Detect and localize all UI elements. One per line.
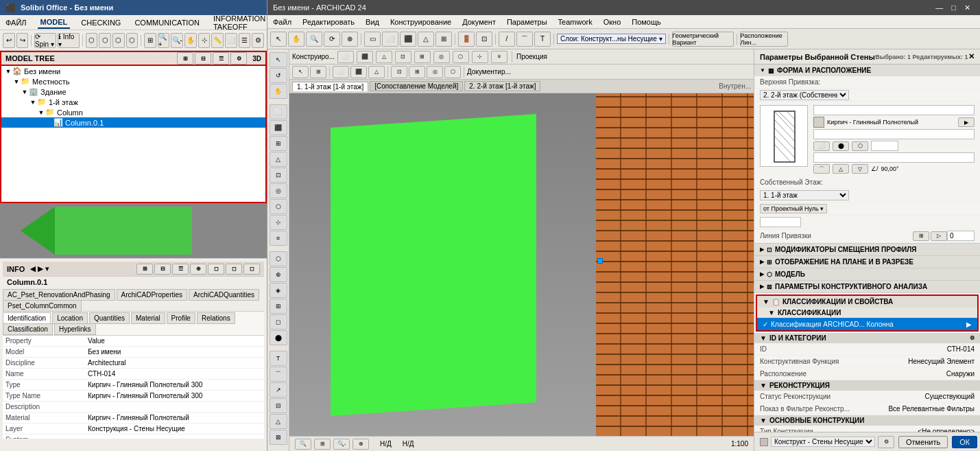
ac-orbit2[interactable]: ⊕ bbox=[342, 32, 358, 47]
sub-t8[interactable]: ⊹ bbox=[472, 51, 488, 63]
id-settings-icon[interactable]: ⚙ bbox=[970, 335, 975, 341]
tool-m[interactable]: ⊞ bbox=[270, 299, 287, 314]
redo-btn[interactable]: ↪ bbox=[16, 33, 29, 48]
floor-select[interactable]: 1. 1-й этаж bbox=[760, 190, 849, 200]
link-offset-input[interactable] bbox=[947, 231, 975, 241]
ac-window[interactable]: ⊡ bbox=[476, 32, 492, 47]
thickness-btn1[interactable]: ⬜ bbox=[813, 141, 830, 151]
subtab-identification[interactable]: Identification bbox=[3, 312, 51, 324]
ac-maximize[interactable]: □ bbox=[947, 3, 960, 12]
tool-a[interactable]: ⬜ bbox=[270, 104, 287, 119]
ac-menu-help[interactable]: Помощь bbox=[629, 16, 664, 27]
sub-t1[interactable]: ⬜ bbox=[337, 51, 354, 63]
tool-n[interactable]: ◻ bbox=[270, 314, 287, 329]
tree-btn1[interactable]: ⊞ bbox=[177, 52, 193, 65]
zoom-btn1[interactable]: 🔍 bbox=[295, 439, 311, 450]
ac-menu-document[interactable]: Документ bbox=[459, 16, 499, 27]
ac-menu-edit[interactable]: Редактировать bbox=[300, 16, 357, 27]
zoom-btn2[interactable]: ⊞ bbox=[314, 439, 331, 450]
classification-item-0[interactable]: ✓ Классификация ARCHICAD... Колонна ▶ bbox=[757, 318, 977, 330]
basic-construction-header[interactable]: ▼ ОСНОВНЫЕ КОНСТРУКЦИИ bbox=[754, 415, 980, 426]
tool-b[interactable]: ⬛ bbox=[270, 120, 287, 135]
tree-item-building[interactable]: ▼ 🏢 Здание bbox=[1, 86, 265, 97]
offset-input[interactable]: 0 bbox=[760, 217, 801, 227]
ac-menu-view[interactable]: Вид bbox=[363, 16, 382, 27]
layers[interactable]: ☰ bbox=[239, 33, 251, 48]
sub2-t5[interactable]: △ bbox=[368, 66, 385, 78]
zoom-btn3[interactable]: 🔍- bbox=[333, 439, 350, 450]
info-btn[interactable]: ℹ Info ▾ bbox=[58, 33, 80, 48]
classification-outer-header[interactable]: ▼ 📋 КЛАССИФИКАЦИИ И СВОЙСТВА bbox=[757, 296, 977, 308]
tool-o[interactable]: ⬤ bbox=[270, 330, 287, 345]
spin-btn[interactable]: ⟳ Spin ▾ bbox=[34, 33, 56, 48]
ac-menu-design[interactable]: Конструирование bbox=[387, 16, 454, 27]
info-btn5[interactable]: ◻ bbox=[208, 264, 224, 275]
subtab-material[interactable]: Material bbox=[131, 312, 165, 324]
measure[interactable]: 📏 bbox=[211, 33, 224, 48]
layer-select[interactable]: Конструкт - Стены Несущие bbox=[771, 437, 875, 447]
ac-stair[interactable]: ⊞ bbox=[435, 32, 452, 47]
viewport-tab2[interactable]: [Сопоставление Моделей] bbox=[370, 81, 463, 91]
height-mid-input[interactable]: 3000 bbox=[813, 129, 975, 139]
sub2-t8[interactable]: ◎ bbox=[427, 66, 443, 78]
thickness-btn3[interactable]: ⬡ bbox=[852, 141, 868, 151]
menu-file[interactable]: ФАЙЛ bbox=[3, 17, 29, 28]
modifiers-header[interactable]: ▶ ⊡ МОДИФИКАТОРЫ СМЕЩЕНИЯ ПРОФИЛЯ bbox=[754, 244, 980, 255]
thickness-input[interactable]: 300 bbox=[871, 141, 898, 151]
tool-f[interactable]: ◎ bbox=[270, 183, 287, 198]
settings[interactable]: ⚙ bbox=[252, 33, 264, 48]
zoom-in[interactable]: 🔍+ bbox=[158, 33, 170, 48]
select-tool[interactable]: ↖ bbox=[270, 52, 287, 67]
tool-h[interactable]: ⊹ bbox=[270, 215, 287, 230]
cancel-button[interactable]: Отменить bbox=[898, 436, 948, 448]
subtab-hyperlinks[interactable]: Hyperlinks bbox=[54, 323, 96, 335]
tool-t[interactable]: △ bbox=[270, 414, 287, 429]
ac-slab[interactable]: ⬛ bbox=[400, 32, 416, 47]
pan-tool[interactable]: ✋ bbox=[270, 84, 287, 99]
sub-t5[interactable]: ⊞ bbox=[414, 51, 431, 63]
tab-archicad-props[interactable]: ArchiCADProperties bbox=[117, 289, 187, 301]
tree-item-locality[interactable]: ▼ 📁 Местность bbox=[1, 76, 265, 86]
tool-c[interactable]: ⊞ bbox=[270, 136, 287, 151]
from-zero-btn[interactable]: от Проектный Нуль ▾ bbox=[760, 204, 827, 213]
info-btn3[interactable]: ☰ bbox=[172, 264, 189, 275]
tree-btn4[interactable]: ⚙ bbox=[230, 52, 247, 65]
tree-item-floor1[interactable]: ▼ 📁 1-й этаж bbox=[1, 97, 265, 107]
tab-renovation[interactable]: AC_Pset_RenovationAndPhasing bbox=[3, 289, 115, 301]
tool-g[interactable]: ⬡ bbox=[270, 199, 287, 214]
menu-communication[interactable]: COMMUNICATION bbox=[132, 17, 202, 28]
info-btn2[interactable]: ⊟ bbox=[154, 264, 171, 275]
sub2-t6[interactable]: ⊡ bbox=[391, 66, 407, 78]
ac-orbit[interactable]: ⟳ bbox=[324, 32, 340, 47]
ac-text[interactable]: T bbox=[534, 32, 551, 47]
tree-btn3[interactable]: ☰ bbox=[213, 52, 229, 65]
sub2-t9[interactable]: ⬡ bbox=[444, 66, 461, 78]
sub-t6[interactable]: ◎ bbox=[433, 51, 450, 63]
ac-pointer[interactable]: ↖ bbox=[270, 32, 287, 47]
sub2-t1[interactable]: ↖ bbox=[292, 66, 309, 78]
tool1[interactable]: ⬡ bbox=[86, 33, 98, 48]
height-bot-input[interactable]: 0 bbox=[813, 152, 975, 163]
zoom-out[interactable]: 🔍- bbox=[171, 33, 183, 48]
tree-item-column01[interactable]: 📊 Column.0.1 bbox=[1, 117, 265, 128]
ac-hand[interactable]: ✋ bbox=[288, 32, 304, 47]
tab-pset-column[interactable]: Pset_ColumnCommon bbox=[3, 300, 82, 312]
thickness-btn2[interactable]: ⬤ bbox=[833, 141, 849, 151]
sub-t4[interactable]: ⊡ bbox=[395, 51, 411, 63]
tool-l[interactable]: ◈ bbox=[270, 283, 287, 298]
tool2[interactable]: ⬡ bbox=[99, 33, 111, 48]
tool-k[interactable]: ⊕ bbox=[270, 267, 287, 282]
pan[interactable]: ✋ bbox=[184, 33, 197, 48]
sub-t7[interactable]: ⬡ bbox=[453, 51, 469, 63]
reconstruction-header[interactable]: ▼ РЕКОНСТРУКЦИЯ bbox=[754, 380, 980, 391]
info-btn7[interactable]: ◻ bbox=[243, 264, 260, 275]
ac-menu-file[interactable]: Файл bbox=[270, 16, 294, 27]
link-btn2[interactable]: ▷ bbox=[931, 231, 947, 241]
section[interactable]: ⬜ bbox=[225, 33, 237, 48]
tool-r[interactable]: ↗ bbox=[270, 382, 287, 397]
top-value-select[interactable]: 2. 2-й этаж (Собственный + 1) bbox=[760, 90, 849, 100]
ac-roof[interactable]: △ bbox=[418, 32, 434, 47]
ac-geometric[interactable]: Геометрический Вариант bbox=[672, 32, 734, 47]
info-btn6[interactable]: ◻ bbox=[226, 264, 242, 275]
sub-t2[interactable]: ⬛ bbox=[357, 51, 373, 63]
